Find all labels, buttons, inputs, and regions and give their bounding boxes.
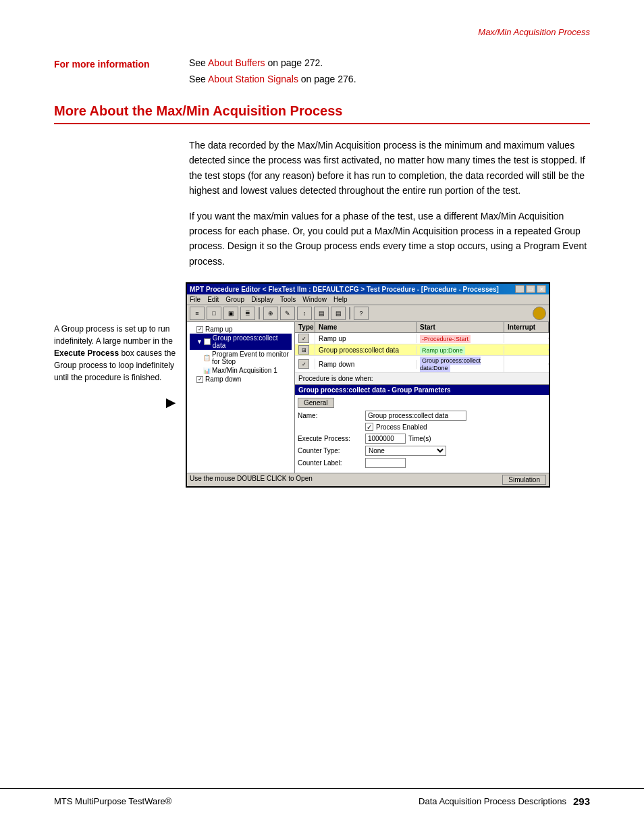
toolbar-indicator [533, 307, 546, 320]
params-area: General Name: ✓ Process Enabled Execute … [295, 395, 549, 473]
tree-item-ramp-up[interactable]: Ramp up [190, 325, 292, 334]
time-label: Time(s) [408, 435, 431, 442]
process-enabled-label: Process Enabled [376, 423, 427, 431]
app-body: Ramp up ▼ Group process:collect data 📋 P… [187, 322, 549, 473]
for-more-info-section: For more information See About Buffers o… [54, 57, 590, 90]
screenshot-annotation: A Group process is set up to run indefin… [54, 282, 186, 488]
menu-window[interactable]: Window [302, 296, 327, 303]
for-more-info-item-2: See About Station Signals on page 276. [189, 74, 590, 84]
toolbar-btn-8[interactable]: ▤ [314, 307, 329, 320]
toolbar-sep-1 [259, 307, 260, 319]
name-cell-ramp-down: Ramp down [315, 360, 417, 369]
menu-tools[interactable]: Tools [280, 296, 296, 303]
type-icon-group: ⊞ [298, 345, 309, 355]
counter-label-input[interactable] [365, 458, 406, 468]
start-cell-ramp-up: -Procedure-:Start [417, 334, 504, 343]
section-heading: More About the Max/Min Acquisition Proce… [54, 103, 590, 124]
params-row-enabled: ✓ Process Enabled [365, 423, 546, 431]
content-area: For more information See About Buffers o… [0, 57, 644, 488]
toolbar-btn-9[interactable]: ▤ [331, 307, 346, 320]
menu-help[interactable]: Help [333, 296, 348, 303]
tree-label-group: Group process:collect data [213, 334, 292, 349]
type-cell-ramp-down: ✓ [295, 359, 315, 369]
params-name-input[interactable] [365, 411, 466, 421]
tree-item-ramp-down[interactable]: Ramp down [190, 375, 292, 384]
tree-icon-maxmin: 📊 [203, 367, 211, 374]
titlebar-controls: _ □ ✕ [515, 285, 546, 293]
params-row-execute: Execute Process: Time(s) [298, 434, 546, 444]
interrupt-cell-group [504, 349, 549, 350]
table-header: Type Name Start Interrupt [295, 322, 549, 333]
page-footer: MTS MultiPurpose TestWare® Data Acquisit… [0, 788, 644, 807]
procedure-done-row: Procedure is done when: [295, 373, 549, 385]
for-more-info-content: See About Buffers on page 272. See About… [189, 57, 590, 90]
toolbar-btn-6[interactable]: ✎ [280, 307, 295, 320]
footer-right: Data Acquisition Process Descriptions 29… [419, 796, 590, 807]
interrupt-cell-ramp-up [504, 338, 549, 339]
start-cell-ramp-down: Group process:collect data:Done [417, 356, 504, 372]
procedure-done-label: Procedure is done when: [298, 375, 373, 382]
minimize-button[interactable]: _ [515, 285, 525, 293]
app-titlebar-title: MPT Procedure Editor < FlexTest IIm : DE… [190, 286, 499, 293]
right-panel: Type Name Start Interrupt ✓ Ramp up [295, 322, 549, 473]
toolbar-btn-1[interactable]: ≡ [190, 307, 205, 320]
tree-label-ramp-up: Ramp up [205, 325, 233, 333]
params-tab-general[interactable]: General [298, 398, 334, 408]
for-more-info-text-2: See [189, 74, 208, 84]
menu-file[interactable]: File [190, 296, 200, 303]
counter-label-label: Counter Label: [298, 459, 365, 467]
toolbar-btn-2[interactable]: □ [207, 307, 221, 320]
for-more-info-suffix-2: on page 276. [301, 74, 356, 84]
type-icon-ramp-down: ✓ [298, 359, 309, 369]
tree-item-group[interactable]: ▼ Group process:collect data [190, 334, 292, 350]
about-buffers-link[interactable]: About Buffers [208, 57, 265, 68]
col-header-type: Type [295, 322, 315, 332]
table-row-ramp-down[interactable]: ✓ Ramp down Group process:collect data:D… [295, 356, 549, 373]
about-station-signals-link[interactable]: About Station Signals [208, 74, 298, 84]
start-badge-ramp-down: Group process:collect data:Done [420, 357, 481, 372]
params-row-name: Name: [298, 411, 546, 421]
screenshot-section: A Group process is set up to run indefin… [54, 282, 590, 488]
for-more-info-suffix-1: on page 272. [268, 57, 323, 68]
statusbar-left: Use the mouse DOUBLE CLICK to Open [190, 475, 313, 485]
type-icon-ramp-up: ✓ [298, 334, 309, 343]
simulation-button[interactable]: Simulation [502, 475, 546, 485]
toolbar-btn-3[interactable]: ▣ [223, 307, 238, 320]
counter-type-select[interactable]: None [365, 446, 446, 456]
app-menubar: File Edit Group Display Tools Window Hel… [187, 294, 549, 305]
toolbar-btn-5[interactable]: ⊕ [263, 307, 278, 320]
process-enabled-checkbox[interactable]: ✓ [365, 423, 373, 431]
page-header: Max/Min Acquisition Process [0, 0, 644, 51]
type-cell-ramp-up: ✓ [295, 333, 315, 344]
maximize-button[interactable]: □ [526, 285, 535, 293]
checkbox-group[interactable] [204, 338, 211, 345]
tree-icon-program: 📋 [203, 355, 211, 361]
page-container: Max/Min Acquisition Process For more inf… [0, 0, 644, 834]
tree-label-maxmin: Max/Min Acquisition 1 [212, 367, 277, 374]
toolbar-btn-4[interactable]: ≣ [240, 307, 255, 320]
toolbar-btn-7[interactable]: ↕ [297, 307, 312, 320]
tree-label-ramp-down: Ramp down [205, 375, 241, 383]
execute-input[interactable] [365, 434, 406, 444]
params-row-counter-label: Counter Label: [298, 458, 546, 468]
type-cell-group: ⊞ [295, 344, 315, 355]
for-more-info-text-1: See [189, 57, 208, 68]
app-window: MPT Procedure Editor < FlexTest IIm : DE… [186, 282, 550, 488]
footer-right-text: Data Acquisition Process Descriptions [419, 796, 566, 806]
for-more-info-label: For more information [54, 57, 189, 90]
menu-edit[interactable]: Edit [207, 296, 219, 303]
close-button[interactable]: ✕ [537, 285, 546, 293]
toolbar-btn-help[interactable]: ? [354, 307, 369, 320]
tree-item-maxmin[interactable]: 📊 Max/Min Acquisition 1 [190, 366, 292, 375]
checkbox-ramp-up[interactable] [196, 326, 203, 333]
tree-expand-group[interactable]: ▼ [196, 338, 203, 345]
menu-display[interactable]: Display [251, 296, 273, 303]
menu-group[interactable]: Group [225, 296, 244, 303]
table-row-ramp-up[interactable]: ✓ Ramp up -Procedure-:Start [295, 333, 549, 344]
tree-panel: Ramp up ▼ Group process:collect data 📋 P… [187, 322, 295, 473]
checkbox-ramp-down[interactable] [196, 376, 203, 383]
table-row-group[interactable]: ⊞ Group process:collect data Ramp up:Don… [295, 344, 549, 356]
name-cell-ramp-up: Ramp up [315, 334, 417, 343]
counter-type-label: Counter Type: [298, 447, 365, 454]
tree-item-program-event[interactable]: 📋 Program Event to monitor for Stop [190, 350, 292, 366]
